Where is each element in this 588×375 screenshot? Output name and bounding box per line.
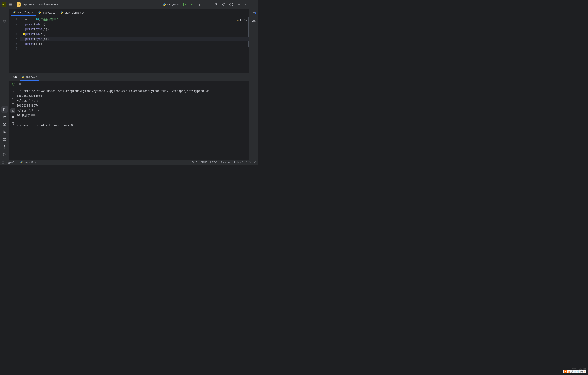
run-tool-button[interactable]	[1, 106, 8, 113]
python-icon	[163, 3, 166, 6]
run-side-toolbar	[9, 88, 17, 160]
run-panel-header: Run mypy01 ×	[9, 73, 249, 81]
svg-rect-24	[5, 20, 6, 21]
svg-marker-26	[4, 108, 6, 111]
svg-point-39	[3, 155, 4, 156]
svg-line-12	[193, 5, 193, 5]
stop-button[interactable]	[18, 82, 23, 87]
more-actions-button[interactable]: ⋮	[197, 1, 203, 8]
run-toolbar-more-button[interactable]: ⋮	[26, 82, 31, 87]
svg-rect-41	[20, 83, 21, 85]
interpreter[interactable]: Python 3.12 (2)	[234, 161, 251, 164]
editor-tab[interactable]: mypy01.py×	[10, 9, 36, 16]
app-icon: PC	[1, 2, 6, 7]
scroll-to-end-button[interactable]	[10, 108, 15, 113]
code-line[interactable]: print(id(b))	[20, 32, 249, 37]
project-selector[interactable]: M mypro01 ▾	[15, 2, 36, 7]
python-icon	[38, 11, 41, 14]
editor-tabs: mypy01.py×mypy02.pydraw_olympic.py ⋮	[9, 9, 249, 16]
indent-setting[interactable]: 4 spaces	[220, 161, 230, 164]
python-packages-button[interactable]	[1, 121, 8, 128]
svg-line-28	[3, 124, 5, 124]
svg-line-11	[191, 5, 191, 5]
code-line[interactable]: print(type(b))	[20, 37, 249, 42]
run-config-selector[interactable]: mypy01 ▾	[161, 2, 180, 7]
close-icon[interactable]: ×	[36, 75, 37, 78]
minimize-button[interactable]	[236, 1, 242, 8]
python-icon	[20, 161, 23, 164]
close-window-button[interactable]	[251, 1, 257, 8]
run-panel: Run mypy01 × ⋮	[9, 73, 249, 160]
editor-tab[interactable]: draw_olympic.py	[58, 9, 87, 16]
down-button[interactable]	[10, 95, 15, 100]
svg-point-40	[5, 154, 6, 155]
version-control-menu[interactable]: Version control ▾	[37, 2, 60, 7]
up-button[interactable]	[10, 89, 15, 94]
soft-wrap-button[interactable]	[10, 102, 15, 107]
rerun-button[interactable]	[11, 82, 16, 87]
chevron-down-icon: ▾	[177, 3, 178, 6]
line-separator[interactable]: CRLF	[200, 161, 207, 164]
run-button[interactable]	[181, 1, 188, 8]
editor-tab[interactable]: mypy02.py	[36, 9, 58, 16]
code-line[interactable]: a,b = 10,"我是字符串"	[20, 17, 249, 22]
editor-tabs-more-button[interactable]: ⋮	[243, 11, 249, 14]
statusbar: ▢ mypro01 › mypy01.py 5:15 CRLF UTF-8 4 …	[0, 160, 258, 165]
version-control-tool-button[interactable]	[1, 151, 8, 158]
project-tool-button[interactable]	[1, 11, 8, 17]
services-button[interactable]	[1, 129, 8, 135]
svg-point-32	[5, 132, 6, 133]
right-tool-strip	[249, 9, 258, 160]
notification-dot-icon	[254, 12, 256, 14]
code-line[interactable]: print(id(a))	[20, 22, 249, 27]
project-badge: M	[17, 2, 21, 7]
code-line[interactable]: print(type(a))	[20, 27, 249, 32]
terminal-button[interactable]	[1, 136, 8, 143]
maximize-button[interactable]	[243, 1, 249, 8]
code-with-me-button[interactable]	[213, 1, 219, 8]
editor-tab-label: mypy01.py	[17, 11, 30, 14]
debug-button[interactable]	[189, 1, 195, 8]
clear-button[interactable]	[10, 121, 15, 126]
svg-rect-25	[3, 22, 4, 23]
svg-point-38	[3, 153, 4, 154]
breadcrumb-root-icon: ▢	[2, 161, 4, 164]
run-config-label: mypy01	[167, 3, 176, 6]
print-button[interactable]	[10, 115, 15, 119]
settings-button[interactable]	[228, 1, 234, 8]
python-icon	[13, 11, 16, 14]
left-tool-strip: ⋯	[0, 9, 9, 160]
cursor-position[interactable]: 5:15	[192, 161, 197, 164]
run-tab[interactable]: mypy01 ×	[20, 73, 39, 81]
editor-code-area[interactable]: 💡 ⚠ 3 ⌃ ⌄ a,b = 10,"我是字符串"print(id(a))pr…	[20, 16, 249, 73]
breadcrumb-root[interactable]: mypro01	[6, 161, 16, 164]
search-button[interactable]	[221, 1, 227, 8]
main-menu-button[interactable]	[8, 1, 14, 8]
more-tool-button[interactable]: ⋯	[1, 26, 8, 32]
structure-tool-button[interactable]	[1, 19, 8, 25]
svg-rect-51	[254, 162, 256, 163]
lock-icon[interactable]	[254, 161, 257, 164]
file-encoding[interactable]: UTF-8	[210, 161, 217, 164]
breadcrumb-file[interactable]: mypy01.py	[25, 161, 37, 164]
python-console-button[interactable]	[1, 114, 8, 120]
code-line[interactable]: print(a,b)	[20, 42, 249, 46]
svg-line-17	[224, 5, 225, 6]
svg-marker-5	[184, 3, 186, 6]
svg-line-10	[193, 4, 193, 4]
svg-rect-33	[3, 138, 6, 141]
python-icon	[61, 11, 63, 14]
project-name-label: mypro01	[22, 3, 32, 6]
ai-assistant-button[interactable]	[251, 19, 257, 25]
editor-tab-label: draw_olympic.py	[65, 11, 84, 14]
editor-gutter: 1234567	[9, 16, 20, 73]
python-icon	[22, 75, 24, 78]
notifications-button[interactable]	[251, 11, 257, 17]
editor-tab-label: mypy02.py	[42, 11, 55, 14]
editor[interactable]: 1234567 💡 ⚠ 3 ⌃ ⌄ a,b = 10,"我是字符串"print(…	[9, 16, 249, 73]
close-icon[interactable]: ×	[32, 11, 33, 14]
console-output[interactable]: C:\Users\86198\AppData\Local\Programs\Py…	[17, 88, 249, 160]
svg-point-6	[191, 4, 193, 5]
problems-button[interactable]	[1, 144, 8, 150]
svg-marker-31	[4, 131, 5, 133]
